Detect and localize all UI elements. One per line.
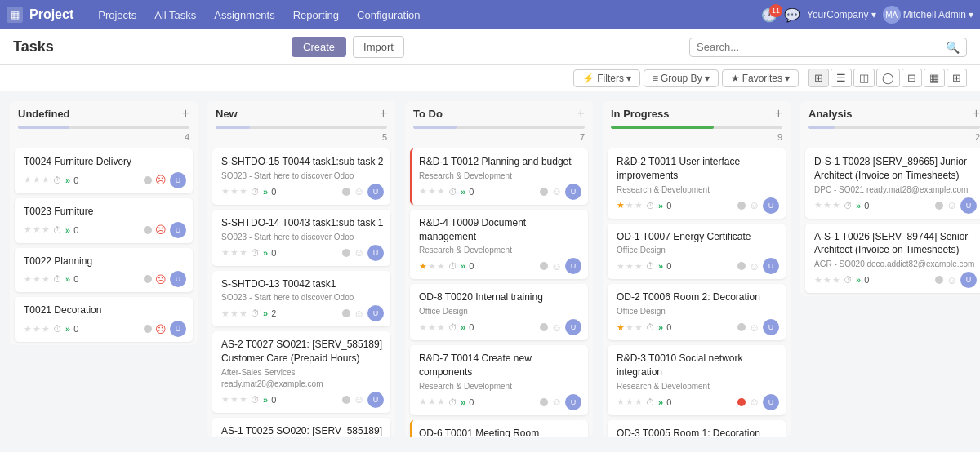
star-icon[interactable]: ★ [42,274,50,285]
star-icon[interactable]: ★ [42,324,50,335]
task-card[interactable]: R&D-7 T0014 Create new components Resear… [410,345,588,415]
activity-icon[interactable]: ☺ [354,246,364,259]
task-card[interactable]: OD-1 T0007 Energy Certificate Office Des… [608,224,786,280]
star-row[interactable]: ★★★ [24,324,50,335]
star-icon[interactable]: ★ [33,324,41,335]
task-card[interactable]: OD-2 T0006 Room 2: Decoration Office Des… [608,284,786,340]
task-card[interactable]: T0022 Planning ★★★ ⏱ » 0 ☹ U [15,248,193,293]
star-row[interactable]: ★★★ [419,322,445,333]
star-icon[interactable]: ★ [419,261,427,272]
star-row[interactable]: ★★★ [814,200,840,210]
star-icon[interactable]: ★ [24,175,32,185]
activity-icon[interactable]: ☹ [155,323,167,335]
activity-icon[interactable]: ☹ [155,174,167,186]
activity-icon[interactable]: ☺ [749,199,760,211]
activity-icon[interactable]: ☺ [551,396,562,408]
nav-assignments[interactable]: Assignments [206,6,283,24]
app-icon[interactable]: ▦ [7,7,23,23]
task-card[interactable]: A-S-1 T0026 [SERV_89744] Senior Architec… [805,224,980,294]
star-icon[interactable]: ★ [626,200,634,210]
activity-icon[interactable]: ☹ [155,224,167,236]
star-icon[interactable]: ★ [635,322,643,333]
star-icon[interactable]: ★ [239,394,247,405]
star-icon[interactable]: ★ [617,397,625,407]
task-card[interactable]: OD-3 T0005 Room 1: Decoration Office Des… [608,420,786,437]
star-icon[interactable]: ★ [239,186,247,197]
star-row[interactable]: ★★★ [221,394,247,405]
activity-icon[interactable]: ☺ [749,260,760,273]
star-icon[interactable]: ★ [832,200,840,210]
activity-icon[interactable]: ☺ [354,393,364,405]
activity-icon[interactable]: ☺ [749,396,760,408]
star-icon[interactable]: ★ [437,261,445,272]
star-icon[interactable]: ★ [437,397,445,407]
task-card[interactable]: R&D-4 T0009 Document management Research… [410,210,588,280]
kanban-view-button[interactable]: ⊞ [808,69,829,87]
star-row[interactable]: ★★★ [221,247,247,258]
star-row[interactable]: ★★★ [814,275,840,286]
star-row[interactable]: ★★★ [221,308,247,319]
task-card[interactable]: S-SHTDO-15 T0044 task1:sub task 2 SO023 … [212,148,390,205]
circle-view-button[interactable]: ◯ [876,69,900,87]
activity-icon[interactable]: ☹ [155,273,167,286]
nav-configuration[interactable]: Configuration [349,6,428,24]
activity-icon[interactable]: ☺ [947,199,957,211]
star-row[interactable]: ★★★ [617,200,643,210]
activity-icon[interactable]: ☺ [749,321,760,334]
task-card[interactable]: T0023 Furniture ★★★ ⏱ » 0 ☹ U [15,198,193,243]
star-icon[interactable]: ★ [24,274,32,285]
star-icon[interactable]: ★ [221,186,229,197]
star-icon[interactable]: ★ [635,397,643,407]
star-icon[interactable]: ★ [33,224,41,235]
star-row[interactable]: ★★★ [617,397,643,407]
task-card[interactable]: AS-1 T0025 SO020: [SERV_585189] Customer… [212,418,390,437]
calendar-view-button[interactable]: ◫ [853,69,875,87]
task-card[interactable]: T0021 Decoration ★★★ ⏱ » 0 ☹ U [15,297,193,342]
star-icon[interactable]: ★ [230,394,238,405]
graph-view-button[interactable]: ▦ [924,69,945,87]
star-icon[interactable]: ★ [428,261,436,272]
star-icon[interactable]: ★ [437,186,445,197]
star-row[interactable]: ★★★ [617,261,643,272]
groupby-button[interactable]: ≡ Group By ▾ [644,69,719,87]
star-row[interactable]: ★★★ [419,186,445,197]
star-row[interactable]: ★★★ [24,175,50,185]
task-card[interactable]: R&D-2 T0011 User interface improvements … [608,148,786,219]
activity-icon[interactable]: ☺ [551,260,562,273]
search-bar[interactable]: 🔍 [689,38,967,57]
import-button[interactable]: Import [353,36,404,58]
star-icon[interactable]: ★ [221,308,229,319]
star-icon[interactable]: ★ [617,261,625,272]
pivot-view-button[interactable]: ⊟ [902,69,922,87]
star-icon[interactable]: ★ [635,200,643,210]
list-view-button[interactable]: ☰ [831,69,852,87]
star-icon[interactable]: ★ [239,308,247,319]
task-card[interactable]: AS-2 T0027 SO021: [SERV_585189] Customer… [212,331,390,413]
company-selector[interactable]: YourCompany ▾ [807,9,876,20]
star-icon[interactable]: ★ [33,175,41,185]
star-row[interactable]: ★★★ [221,186,247,197]
star-icon[interactable]: ★ [428,322,436,333]
favorites-button[interactable]: ★ Favorites ▾ [722,69,799,87]
star-icon[interactable]: ★ [239,247,247,258]
star-icon[interactable]: ★ [626,397,634,407]
task-card[interactable]: S-SHTDO-14 T0043 task1:sub task 1 SO023 … [212,210,390,266]
chat-icon[interactable]: 💬 [784,7,800,23]
star-icon[interactable]: ★ [33,274,41,285]
star-icon[interactable]: ★ [617,322,625,333]
star-icon[interactable]: ★ [24,324,32,335]
star-row[interactable]: ★★★ [419,397,445,407]
star-icon[interactable]: ★ [230,247,238,258]
star-icon[interactable]: ★ [823,200,831,210]
star-icon[interactable]: ★ [230,186,238,197]
task-card[interactable]: OD-6 T0001 Meeting Room Furnitures Offic… [410,420,588,437]
star-icon[interactable]: ★ [832,275,840,286]
task-card[interactable]: R&D-3 T0010 Social network integration R… [608,345,786,415]
task-card[interactable]: OD-8 T0020 Internal training Office Desi… [410,284,588,340]
grid-view-button[interactable]: ⊞ [947,69,967,87]
task-card[interactable]: D-S-1 T0028 [SERV_89665] Junior Architec… [805,148,980,219]
star-icon[interactable]: ★ [814,200,822,210]
col-add-button[interactable]: + [577,106,585,121]
star-icon[interactable]: ★ [428,397,436,407]
star-icon[interactable]: ★ [626,322,634,333]
